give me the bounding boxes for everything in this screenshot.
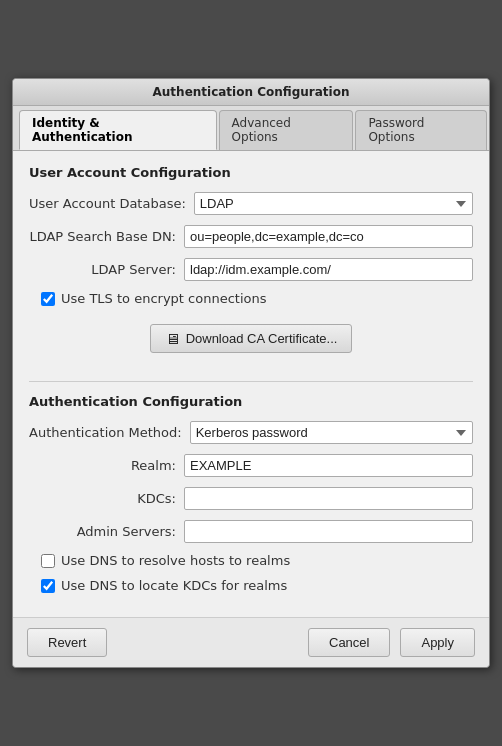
tab-identity[interactable]: Identity & Authentication xyxy=(19,110,217,150)
kdcs-label: KDCs: xyxy=(29,491,184,506)
tab-content: User Account Configuration User Account … xyxy=(13,151,489,617)
ldap-base-row: LDAP Search Base DN: xyxy=(29,225,473,248)
realm-row: Realm: xyxy=(29,454,473,477)
cancel-button[interactable]: Cancel xyxy=(308,628,390,657)
footer-right-buttons: Cancel Apply xyxy=(308,628,475,657)
db-row: User Account Database: LDAP xyxy=(29,192,473,215)
dns-hosts-checkbox[interactable] xyxy=(41,554,55,568)
ldap-server-label: LDAP Server: xyxy=(29,262,184,277)
realm-label: Realm: xyxy=(29,458,184,473)
section-divider xyxy=(29,381,473,382)
download-ca-button[interactable]: 🖥 Download CA Certificate... xyxy=(150,324,353,353)
dns-kdcs-label: Use DNS to locate KDCs for realms xyxy=(61,578,287,593)
db-select[interactable]: LDAP xyxy=(194,192,473,215)
kdcs-row: KDCs: xyxy=(29,487,473,510)
dns-hosts-row: Use DNS to resolve hosts to realms xyxy=(29,553,473,568)
ldap-base-label: LDAP Search Base DN: xyxy=(29,229,184,244)
ldap-server-input[interactable] xyxy=(184,258,473,281)
certificate-icon: 🖥 xyxy=(165,330,180,347)
tab-password[interactable]: Password Options xyxy=(355,110,487,150)
auth-method-select[interactable]: Kerberos password LDAP password Local pa… xyxy=(190,421,473,444)
kdcs-input[interactable] xyxy=(184,487,473,510)
dns-hosts-label: Use DNS to resolve hosts to realms xyxy=(61,553,290,568)
main-window: Authentication Configuration Identity & … xyxy=(12,78,490,668)
apply-button[interactable]: Apply xyxy=(400,628,475,657)
db-label: User Account Database: xyxy=(29,196,194,211)
realm-input[interactable] xyxy=(184,454,473,477)
tab-advanced[interactable]: Advanced Options xyxy=(219,110,354,150)
window-title: Authentication Configuration xyxy=(153,85,350,99)
tls-label: Use TLS to encrypt connections xyxy=(61,291,266,306)
tls-row: Use TLS to encrypt connections xyxy=(29,291,473,306)
tab-bar: Identity & Authentication Advanced Optio… xyxy=(13,106,489,151)
footer: Revert Cancel Apply xyxy=(13,617,489,667)
admin-servers-label: Admin Servers: xyxy=(29,524,184,539)
download-ca-label: Download CA Certificate... xyxy=(186,331,338,346)
titlebar: Authentication Configuration xyxy=(13,79,489,106)
dns-kdcs-row: Use DNS to locate KDCs for realms xyxy=(29,578,473,593)
ldap-server-row: LDAP Server: xyxy=(29,258,473,281)
ldap-base-input[interactable] xyxy=(184,225,473,248)
dns-kdcs-checkbox[interactable] xyxy=(41,579,55,593)
auth-method-label: Authentication Method: xyxy=(29,425,190,440)
admin-servers-row: Admin Servers: xyxy=(29,520,473,543)
user-account-section-title: User Account Configuration xyxy=(29,165,473,180)
auth-section-title: Authentication Configuration xyxy=(29,394,473,409)
auth-section: Authentication Configuration Authenticat… xyxy=(29,394,473,593)
tls-checkbox[interactable] xyxy=(41,292,55,306)
auth-method-row: Authentication Method: Kerberos password… xyxy=(29,421,473,444)
admin-servers-input[interactable] xyxy=(184,520,473,543)
revert-button[interactable]: Revert xyxy=(27,628,107,657)
